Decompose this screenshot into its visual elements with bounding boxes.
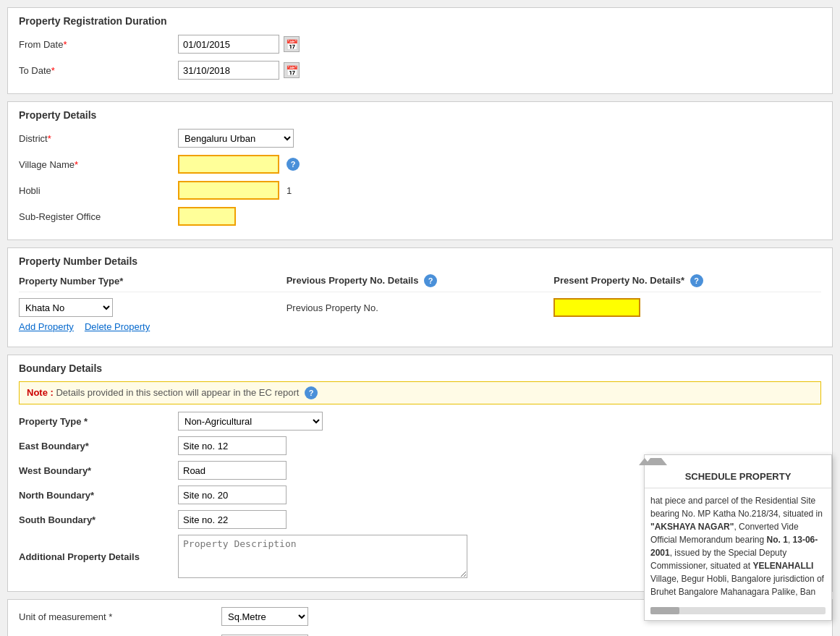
village-name-input[interactable] — [178, 155, 279, 174]
property-number-header: Property Number Type* Previous Property … — [19, 274, 821, 292]
east-boundary-row: East Boundary* — [19, 436, 821, 455]
hobli-value: 1 — [178, 181, 292, 200]
help-popup: SCHEDULE PROPERTY hat piece and parcel o… — [644, 454, 832, 621]
additional-details-label: Additional Property Details — [19, 551, 178, 562]
property-type-label: Property Type * — [19, 416, 178, 427]
unit-label: Unit of measurement * — [19, 611, 221, 622]
from-date-label: From Date* — [19, 39, 178, 50]
property-type-row: Property Type * Non-Agricultural — [19, 412, 821, 431]
district-label: District* — [19, 133, 178, 144]
note-help-icon[interactable]: ? — [305, 386, 318, 399]
property-details-title: Property Details — [19, 109, 821, 121]
village-name-value: ? — [178, 155, 300, 174]
from-date-input[interactable] — [178, 35, 279, 54]
help-popup-title: SCHEDULE PROPERTY — [645, 465, 831, 488]
delete-property-button[interactable]: Delete Property — [85, 321, 150, 332]
prev-property-help-icon[interactable]: ? — [424, 274, 437, 287]
village-name-label: Village Name* — [19, 159, 178, 170]
hobli-input[interactable] — [178, 181, 279, 200]
pn-prev-cell: Previous Property No. — [287, 302, 554, 313]
south-boundary-input[interactable] — [178, 510, 287, 529]
pn-prev-header: Previous Property No. Details ? — [287, 274, 554, 287]
scroll-thumb — [650, 607, 679, 614]
pn-present-cell — [553, 298, 821, 317]
unit-value: Sq.Metre — [221, 607, 308, 626]
district-row: District* Bengaluru Urban — [19, 128, 821, 148]
to-date-input[interactable] — [178, 61, 279, 80]
additional-details-textarea[interactable] — [178, 535, 467, 578]
registration-duration-title: Property Registration Duration — [19, 15, 821, 27]
help-popup-scrollbar[interactable] — [650, 607, 826, 614]
property-type-select[interactable]: Khata No — [19, 298, 113, 317]
south-boundary-label: South Boundary* — [19, 514, 178, 525]
property-number-title: Property Number Details — [19, 255, 821, 267]
add-delete-row: Add Property Delete Property — [19, 321, 821, 332]
pn-present-header: Present Property No. Details* ? — [553, 274, 821, 287]
to-date-value: 📅 — [178, 61, 300, 80]
to-date-row: To Date* 📅 — [19, 60, 821, 80]
property-type-boundary-select[interactable]: Non-Agricultural — [178, 412, 323, 431]
west-boundary-label: West Boundary* — [19, 465, 178, 476]
to-date-calendar-icon[interactable]: 📅 — [284, 62, 300, 78]
add-property-button[interactable]: Add Property — [19, 321, 74, 332]
sub-register-label: Sub-Register Office — [19, 211, 178, 222]
sub-register-row: Sub-Register Office — [19, 206, 821, 226]
sub-register-value — [178, 207, 236, 226]
village-name-row: Village Name* ? — [19, 154, 821, 174]
from-date-row: From Date* 📅 — [19, 34, 821, 54]
present-property-help-icon[interactable]: ? — [690, 274, 703, 287]
district-value: Bengaluru Urban — [178, 129, 294, 148]
property-number-section: Property Number Details Property Number … — [7, 247, 833, 347]
from-date-calendar-icon[interactable]: 📅 — [284, 36, 300, 52]
registration-duration-section: Property Registration Duration From Date… — [7, 7, 833, 94]
sub-register-input[interactable] — [178, 207, 236, 226]
property-number-row: Khata No Previous Property No. — [19, 298, 821, 317]
north-boundary-input[interactable] — [178, 486, 287, 504]
from-date-value: 📅 — [178, 35, 300, 54]
east-boundary-label: East Boundary* — [19, 441, 178, 451]
note-text: Details provided in this section will ap… — [56, 387, 299, 398]
north-boundary-label: North Boundary* — [19, 490, 178, 501]
boundary-details-title: Boundary Details — [19, 362, 821, 374]
west-boundary-input[interactable] — [178, 461, 287, 480]
hobli-label: Hobli — [19, 185, 178, 196]
pn-type-header: Property Number Type* — [19, 276, 287, 287]
arrow-shape — [639, 458, 650, 465]
help-popup-content: hat piece and parcel of the Residential … — [645, 488, 831, 604]
present-property-input[interactable] — [553, 298, 640, 317]
property-details-section: Property Details District* Bengaluru Urb… — [7, 101, 833, 240]
village-name-help-icon[interactable]: ? — [287, 158, 300, 171]
help-popup-text: hat piece and parcel of the Residential … — [650, 496, 824, 597]
unit-select[interactable]: Sq.Metre — [221, 607, 308, 626]
pn-type-cell: Khata No — [19, 298, 287, 317]
help-popup-arrow — [645, 455, 667, 465]
hobli-row: Hobli 1 — [19, 180, 821, 200]
east-boundary-input[interactable] — [178, 436, 287, 455]
note-label: Note : — [27, 387, 56, 398]
boundary-note: Note : Details provided in this section … — [19, 381, 821, 404]
main-page: Property Registration Duration From Date… — [0, 0, 840, 636]
to-date-label: To Date* — [19, 65, 178, 76]
district-select[interactable]: Bengaluru Urban — [178, 129, 294, 148]
hobli-suffix: 1 — [287, 185, 292, 196]
property-type-value: Non-Agricultural — [178, 412, 323, 431]
prev-property-label: Previous Property No. — [287, 302, 378, 313]
